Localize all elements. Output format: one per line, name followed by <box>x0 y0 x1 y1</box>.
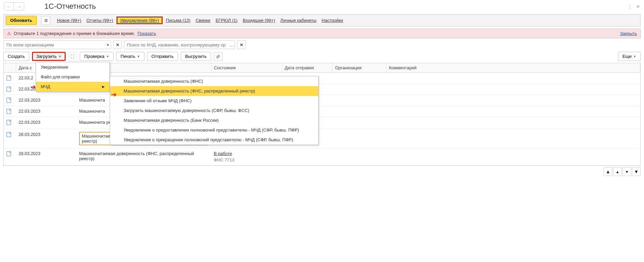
row-icon-cell <box>4 117 16 129</box>
cell-date: 28.03.2023 <box>16 129 76 148</box>
chevron-down-icon[interactable]: ▾ <box>105 42 111 47</box>
nav-link[interactable]: Отчеты (99+) <box>84 17 115 24</box>
table-row[interactable]: 28.03.2023Машиночитаемая доверенность (Ф… <box>4 129 640 148</box>
svg-rect-5 <box>7 120 11 125</box>
refresh-button[interactable]: Обновить <box>6 16 37 25</box>
cell-empty <box>386 129 640 148</box>
document-icon <box>70 54 75 59</box>
submenu-item[interactable]: Заявление об отзыве МЧД (ФНС) <box>110 96 318 106</box>
attach-doc-button[interactable] <box>68 52 77 61</box>
nav-link[interactable]: Новое (99+) <box>55 17 83 24</box>
document-icon <box>6 98 11 103</box>
chevron-down-icon: ▼ <box>633 55 636 58</box>
dropdown-item[interactable]: Уведомление <box>36 62 109 72</box>
ellipsis-icon[interactable]: … <box>229 42 235 47</box>
clear-org-button[interactable]: ✕ <box>113 40 122 49</box>
cell-empty <box>386 117 640 129</box>
submenu-item[interactable]: Машиночитаемая доверенность (ФНС, распре… <box>110 86 318 96</box>
scroll-top-button[interactable]: ▲ <box>604 167 612 176</box>
nav-link[interactable]: Сверки <box>194 17 212 24</box>
more-button[interactable]: Еще▼ <box>618 52 641 61</box>
clip-button[interactable] <box>214 52 223 61</box>
cell-empty <box>332 95 386 106</box>
export-button[interactable]: Выгрузить <box>181 52 211 61</box>
submenu-item[interactable]: Загрузить машиночитаемую доверенность (С… <box>110 106 318 115</box>
dropdown-item[interactable]: МЧД▶ <box>36 82 109 91</box>
document-icon <box>6 151 11 156</box>
warning-icon: ⚠ <box>7 31 11 36</box>
cell-empty <box>386 84 640 95</box>
nav-link[interactable]: ЕГРЮЛ (1) <box>213 17 239 24</box>
nav-link[interactable]: Входящие (99+) <box>241 17 277 24</box>
cell-empty <box>332 117 386 129</box>
cell-empty <box>332 84 386 95</box>
col-icon <box>4 63 16 73</box>
svg-rect-7 <box>7 151 11 156</box>
close-icon[interactable]: ✕ <box>636 4 640 9</box>
row-icon-cell <box>4 95 16 106</box>
send-button[interactable]: Отправить <box>147 52 178 61</box>
nav-link[interactable]: Письма (13) <box>164 17 193 24</box>
svg-rect-2 <box>7 87 11 91</box>
search-input[interactable] <box>124 41 229 49</box>
submenu-item[interactable]: Машиночитаемая доверенность (ФНС) <box>110 76 318 86</box>
table-nav: ▲ ▴ ▾ ▼ <box>3 167 641 176</box>
forward-button[interactable]: → <box>14 3 24 10</box>
print-button[interactable]: Печать▼ <box>116 52 144 61</box>
table-row[interactable]: 28.03.2023Машиночитаемая доверенность (Ф… <box>4 148 640 165</box>
col-state[interactable]: Состояние <box>211 63 282 73</box>
cell-empty <box>332 129 386 148</box>
alert-close-link[interactable]: Закрыть <box>620 31 637 36</box>
cell-empty <box>386 106 640 117</box>
create-button[interactable]: Создать <box>3 52 29 61</box>
alert-show-link[interactable]: Показать <box>138 31 156 36</box>
chevron-right-icon: ▶ <box>102 85 105 88</box>
history-nav: ← → <box>4 2 24 10</box>
search-combo[interactable]: … <box>124 40 235 49</box>
cell-date: 22.03.2023 <box>16 95 76 106</box>
scroll-up-button[interactable]: ▴ <box>613 167 622 176</box>
table-row[interactable]: 22.03.2023Машиночита <box>4 95 640 106</box>
nav-link[interactable]: Настройки <box>319 17 345 24</box>
svg-rect-0 <box>71 54 74 58</box>
chevron-down-icon: ▼ <box>137 55 140 58</box>
row-icon-cell <box>4 73 16 84</box>
document-icon <box>6 75 11 81</box>
row-icon-cell <box>4 106 16 117</box>
cell-date: 22.03.2023 <box>16 117 76 129</box>
cell-name: Машиночитаемая доверенность (ФНС, распре… <box>76 148 211 165</box>
toolbar: Создать Загрузить▼ Проверка▼ Печать▼ Отп… <box>3 52 641 61</box>
check-button[interactable]: Проверка▼ <box>80 52 113 61</box>
state-link[interactable]: В работе <box>214 151 232 156</box>
cell-state: В работеФНС 7713 <box>211 148 282 165</box>
col-org[interactable]: Организация <box>332 63 386 73</box>
submenu-item[interactable]: Уведомление о прекращении полномочий пре… <box>110 135 318 145</box>
cell-empty <box>386 73 640 84</box>
org-combo[interactable]: ▾ <box>3 40 111 49</box>
org-input[interactable] <box>4 41 105 49</box>
svg-rect-6 <box>7 132 11 137</box>
document-icon <box>6 132 11 137</box>
menu-icon[interactable]: ⋮ <box>628 4 632 9</box>
load-button[interactable]: Загрузить▼ <box>32 52 66 61</box>
app-title: 1С-Отчетность <box>44 2 96 11</box>
col-comment[interactable]: Комментарий <box>386 63 640 73</box>
table-row[interactable]: 22.03.2023Машиночита реестр)ФНС 4028 <box>4 117 640 129</box>
nav-link[interactable]: Уведомления (99+) <box>116 16 163 24</box>
table-row[interactable]: 22.03.2023Машиночита <box>4 106 640 117</box>
navbar: Обновить Новое (99+) Отчеты (99+) Уведом… <box>3 14 641 27</box>
clear-search-button[interactable]: ✕ <box>237 40 246 49</box>
scroll-bottom-button[interactable]: ▼ <box>632 167 641 176</box>
submenu-item[interactable]: Машиночитаемая доверенность (Банк России… <box>110 115 318 125</box>
gear-icon <box>43 18 48 23</box>
row-icon-cell <box>4 84 16 95</box>
nav-link[interactable]: Личные кабинеты <box>278 17 318 24</box>
load-dropdown: УведомлениеФайл для отправкиМЧД▶ <box>36 62 110 92</box>
scroll-down-button[interactable]: ▾ <box>622 167 631 176</box>
col-sent[interactable]: Дата отправки <box>282 63 332 73</box>
back-button[interactable]: ← <box>4 3 14 10</box>
submenu-item[interactable]: Уведомление о предоставлении полномочий … <box>110 125 318 135</box>
settings-gear-button[interactable] <box>41 16 50 25</box>
svg-rect-4 <box>7 109 11 114</box>
dropdown-item[interactable]: Файл для отправки <box>36 72 109 82</box>
